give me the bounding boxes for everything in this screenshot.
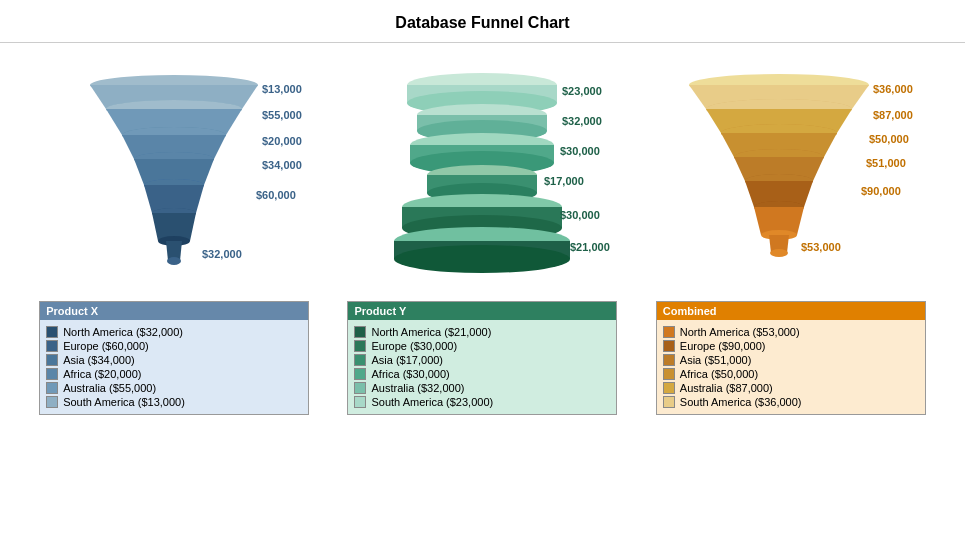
legend-y-label-0: North America ($21,000) [371,326,491,338]
list-item: South America ($36,000) [663,396,919,408]
list-item: Asia ($34,000) [46,354,302,366]
legend-combined-swatch-1 [663,340,675,352]
funnel-x: $13,000 $55,000 $20,000 $34,000 $60,000 … [34,63,314,283]
legend-combined-body: North America ($53,000) Europe ($90,000)… [657,320,925,414]
legend-combined-swatch-4 [663,382,675,394]
chart-combined: $36,000 $87,000 $50,000 $51,000 $90,000 … [651,63,931,283]
legend-combined-label-1: Europe ($90,000) [680,340,766,352]
legend-y-swatch-2 [354,354,366,366]
legend-y-label-4: Australia ($32,000) [371,382,464,394]
svg-point-12 [167,257,181,265]
legend-combined-swatch-5 [663,396,675,408]
legend-combined-label-5: South America ($36,000) [680,396,802,408]
legend-product-x: Product X North America ($32,000) Europe… [39,301,309,415]
page-title: Database Funnel Chart [0,0,965,43]
legend-x-swatch-4 [46,382,58,394]
list-item: Europe ($60,000) [46,340,302,352]
list-item: North America ($21,000) [354,326,610,338]
legend-combined-label-0: North America ($53,000) [680,326,800,338]
legend-x-label-3: Africa ($20,000) [63,368,141,380]
legend-combined-label-3: Africa ($50,000) [680,368,758,380]
list-item: North America ($32,000) [46,326,302,338]
svg-point-49 [770,249,788,257]
svg-text:$90,000: $90,000 [861,185,901,197]
legend-x-label-1: Europe ($60,000) [63,340,149,352]
svg-text:$53,000: $53,000 [801,241,841,253]
legend-combined-swatch-3 [663,368,675,380]
svg-text:$55,000: $55,000 [262,109,302,121]
legend-x-body: North America ($32,000) Europe ($60,000)… [40,320,308,414]
svg-text:$30,000: $30,000 [560,209,600,221]
svg-point-30 [394,245,570,273]
svg-text:$13,000: $13,000 [262,83,302,95]
legend-x-swatch-5 [46,396,58,408]
legend-combined-title: Combined [657,302,925,320]
chart-product-x: $13,000 $55,000 $20,000 $34,000 $60,000 … [34,63,314,283]
legend-combined-label-4: Australia ($87,000) [680,382,773,394]
svg-text:$23,000: $23,000 [562,85,602,97]
legend-x-swatch-0 [46,326,58,338]
legend-y-swatch-3 [354,368,366,380]
svg-text:$87,000: $87,000 [873,109,913,121]
legend-y-label-5: South America ($23,000) [371,396,493,408]
list-item: Europe ($90,000) [663,340,919,352]
legend-y-swatch-5 [354,396,366,408]
list-item: Australia ($32,000) [354,382,610,394]
list-item: Europe ($30,000) [354,340,610,352]
svg-text:$60,000: $60,000 [256,189,296,201]
legend-y-label-3: Africa ($30,000) [371,368,449,380]
legend-x-label-2: Asia ($34,000) [63,354,135,366]
svg-text:$50,000: $50,000 [869,133,909,145]
legend-combined: Combined North America ($53,000) Europe … [656,301,926,415]
svg-text:$36,000: $36,000 [873,83,913,95]
legend-combined-label-2: Asia ($51,000) [680,354,752,366]
legend-y-body: North America ($21,000) Europe ($30,000)… [348,320,616,414]
list-item: Asia ($51,000) [663,354,919,366]
list-item: Africa ($30,000) [354,368,610,380]
legend-y-label-2: Asia ($17,000) [371,354,443,366]
svg-text:$32,000: $32,000 [202,248,242,260]
list-item: Asia ($17,000) [354,354,610,366]
list-item: Australia ($55,000) [46,382,302,394]
list-item: North America ($53,000) [663,326,919,338]
svg-text:$30,000: $30,000 [560,145,600,157]
legend-y-swatch-4 [354,382,366,394]
list-item: Africa ($50,000) [663,368,919,380]
legend-y-swatch-0 [354,326,366,338]
legend-x-label-4: Australia ($55,000) [63,382,156,394]
legends-row: Product X North America ($32,000) Europe… [0,283,965,425]
legend-x-label-0: North America ($32,000) [63,326,183,338]
legend-x-swatch-1 [46,340,58,352]
charts-row: $13,000 $55,000 $20,000 $34,000 $60,000 … [0,53,965,283]
svg-text:$17,000: $17,000 [544,175,584,187]
legend-x-label-5: South America ($13,000) [63,396,185,408]
funnel-combined: $36,000 $87,000 $50,000 $51,000 $90,000 … [651,63,931,283]
legend-combined-swatch-0 [663,326,675,338]
svg-text:$20,000: $20,000 [262,135,302,147]
funnel-y: $23,000 $32,000 $30,000 $17,000 $30,000 … [342,63,622,283]
list-item: Africa ($20,000) [46,368,302,380]
list-item: South America ($23,000) [354,396,610,408]
legend-combined-swatch-2 [663,354,675,366]
svg-text:$21,000: $21,000 [570,241,610,253]
legend-product-y: Product Y North America ($21,000) Europe… [347,301,617,415]
legend-y-swatch-1 [354,340,366,352]
legend-x-title: Product X [40,302,308,320]
legend-x-swatch-2 [46,354,58,366]
chart-product-y: $23,000 $32,000 $30,000 $17,000 $30,000 … [342,63,622,283]
svg-text:$51,000: $51,000 [866,157,906,169]
svg-text:$32,000: $32,000 [562,115,602,127]
list-item: South America ($13,000) [46,396,302,408]
legend-x-swatch-3 [46,368,58,380]
legend-y-label-1: Europe ($30,000) [371,340,457,352]
list-item: Australia ($87,000) [663,382,919,394]
legend-y-title: Product Y [348,302,616,320]
svg-text:$34,000: $34,000 [262,159,302,171]
